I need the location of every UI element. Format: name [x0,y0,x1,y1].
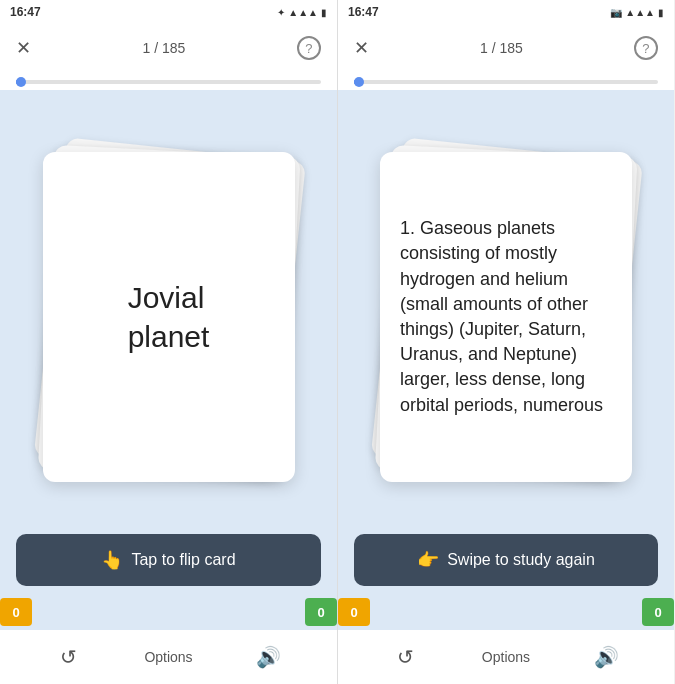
help-icon-2: ? [642,41,649,56]
audio-button-2[interactable]: 🔊 [586,637,626,677]
badge-row-1: 0 0 [0,594,337,630]
card-header-1: ✕ 1 / 185 ? [0,24,337,72]
help-button-2[interactable]: ? [634,36,658,60]
help-button-1[interactable]: ? [297,36,321,60]
audio-icon-1: 🔊 [256,645,281,669]
card-header-2: ✕ 1 / 185 ? [338,24,674,72]
swipe-btn-area: 👉 Swipe to study again [338,534,674,594]
status-time-1: 16:47 [10,5,41,19]
card-counter-1: 1 / 185 [143,40,186,56]
replay-button-2[interactable]: ↺ [386,637,426,677]
card-stack-area-2[interactable]: 1. Gaseous planets consisting of mostly … [338,90,674,534]
options-button-1[interactable]: Options [144,649,192,665]
close-button-1[interactable]: ✕ [16,39,31,57]
swipe-button[interactable]: 👉 Swipe to study again [354,534,658,586]
progress-area-1 [0,72,337,90]
badge-left-1: 0 [0,598,32,626]
flip-button[interactable]: 👆 Tap to flip card [16,534,321,586]
swipe-icon: 👉 [417,549,439,571]
replay-button-1[interactable]: ↺ [48,637,88,677]
progress-dot-1 [16,77,26,87]
audio-icon-2: 🔊 [594,645,619,669]
help-icon-1: ? [305,41,312,56]
status-bar-2: 16:47 📷 ▲▲▲ ▮ [338,0,674,24]
status-icons-2: 📷 ▲▲▲ ▮ [610,7,664,18]
badge-row-2: 0 0 [338,594,674,630]
footer-1: ↺ Options 🔊 [0,630,337,684]
options-button-2[interactable]: Options [482,649,530,665]
badge-left-2: 0 [338,598,370,626]
progress-track-2 [354,80,658,84]
progress-track-1 [16,80,321,84]
replay-icon-1: ↺ [60,645,77,669]
badge-right-2: 0 [642,598,674,626]
footer-2: ↺ Options 🔊 [338,630,674,684]
panel-front: 16:47 ✦ ▲▲▲ ▮ ✕ 1 / 185 ? Jovialplanet 👆 [0,0,337,684]
progress-dot-2 [354,77,364,87]
badge-right-1: 0 [305,598,337,626]
card-front-1[interactable]: Jovialplanet [43,152,295,482]
replay-icon-2: ↺ [397,645,414,669]
battery-icon-2: ▮ [658,7,664,18]
camera-icon: 📷 [610,7,622,18]
flip-icon: 👆 [101,549,123,571]
signal-icon: ▲▲▲ [288,7,318,18]
battery-icon: ▮ [321,7,327,18]
card-front-2[interactable]: 1. Gaseous planets consisting of mostly … [380,152,632,482]
bluetooth-icon: ✦ [277,7,285,18]
status-time-2: 16:47 [348,5,379,19]
panel-back: 16:47 📷 ▲▲▲ ▮ ✕ 1 / 185 ? 1. Gaseous pla… [337,0,674,684]
status-icons-1: ✦ ▲▲▲ ▮ [277,7,327,18]
swipe-label: Swipe to study again [447,551,595,569]
card-counter-2: 1 / 185 [480,40,523,56]
close-button-2[interactable]: ✕ [354,39,369,57]
card-term: Jovialplanet [128,278,210,356]
flip-label: Tap to flip card [131,551,235,569]
status-bar-1: 16:47 ✦ ▲▲▲ ▮ [0,0,337,24]
flip-btn-area-1: 👆 Tap to flip card [0,534,337,594]
audio-button-1[interactable]: 🔊 [249,637,289,677]
signal-icon-2: ▲▲▲ [625,7,655,18]
card-stack-area-1[interactable]: Jovialplanet [0,90,337,534]
progress-area-2 [338,72,674,90]
card-definition: 1. Gaseous planets consisting of mostly … [400,216,612,418]
